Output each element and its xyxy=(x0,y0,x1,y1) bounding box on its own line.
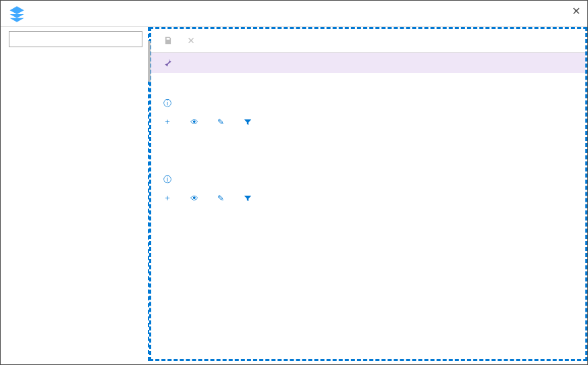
filter-button[interactable] xyxy=(243,116,255,128)
discard-icon xyxy=(186,36,196,45)
pin-icon xyxy=(163,58,173,67)
upgrade-banner[interactable] xyxy=(151,53,585,73)
info-icon: ⓘ xyxy=(163,97,171,109)
show-values-button[interactable]: 👁 xyxy=(190,116,201,128)
appsettings-empty xyxy=(163,142,573,164)
advanced-edit-button[interactable]: ✎ xyxy=(217,192,227,204)
new-appsetting-button[interactable]: ＋ xyxy=(163,116,174,128)
info-icon: ⓘ xyxy=(163,173,171,186)
search-input[interactable] xyxy=(9,31,142,47)
save-button[interactable] xyxy=(163,36,176,45)
appsettings-table-header xyxy=(163,133,573,142)
filter-icon xyxy=(243,117,252,127)
close-button[interactable]: ✕ xyxy=(572,5,581,18)
connstrings-empty xyxy=(163,219,573,240)
sidebar: 🔍 xyxy=(1,27,149,361)
connstrings-table-header xyxy=(163,209,573,219)
advanced-edit-button[interactable]: ✎ xyxy=(217,116,227,128)
content-area: ⓘ ＋ 👁 ✎ ⓘ ＋ 👁 xyxy=(151,80,585,248)
app-service-icon xyxy=(7,5,26,24)
command-bar xyxy=(151,29,585,53)
filter-button[interactable] xyxy=(243,192,255,204)
tabs xyxy=(151,73,585,80)
filter-icon xyxy=(243,194,252,203)
main-panel: ⓘ ＋ 👁 ✎ ⓘ ＋ 👁 xyxy=(149,27,587,361)
discard-button[interactable] xyxy=(186,36,198,45)
window-header: ✕ xyxy=(1,1,587,27)
show-values-button[interactable]: 👁 xyxy=(190,192,201,204)
save-icon xyxy=(163,36,173,45)
scrollbar-thumb[interactable] xyxy=(148,41,151,82)
new-connstring-button[interactable]: ＋ xyxy=(163,192,174,204)
